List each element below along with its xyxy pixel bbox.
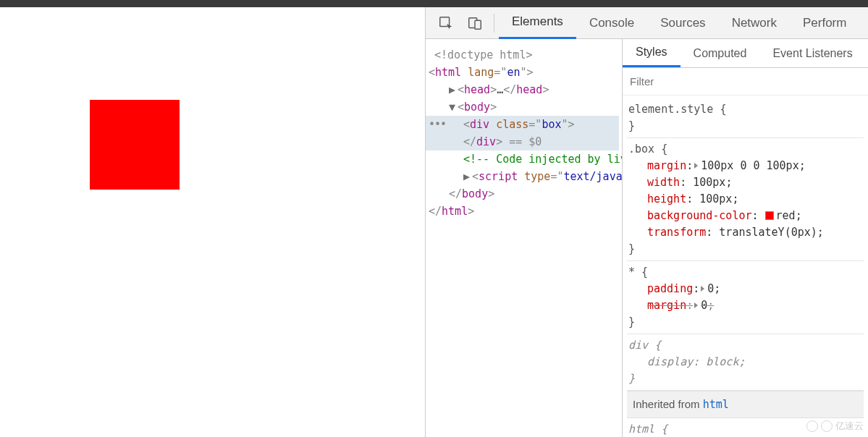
dom-html-close[interactable]: </html> [429,203,619,220]
dom-body-close[interactable]: </body> [429,185,619,203]
styles-filter-input[interactable] [630,75,868,88]
device-toggle-icon[interactable] [465,13,485,33]
devtools-panel: Elements Console Sources Network Perform… [426,7,868,437]
window-titlebar [0,0,868,7]
dom-body-open[interactable]: ▼<body> [429,98,619,116]
devtools-toolbar: Elements Console Sources Network Perform [426,7,868,39]
toolbar-separator [494,14,494,33]
color-swatch-icon[interactable] [765,211,774,220]
disclosure-right-icon[interactable]: ▶ [449,81,458,98]
box-element[interactable] [90,100,180,190]
inherited-from-header: Inherited from html [627,391,864,418]
tab-console[interactable]: Console [576,7,647,39]
styles-tabs: Styles Computed Event Listeners [623,39,868,68]
tab-styles[interactable]: Styles [623,39,681,67]
styles-panel: Styles Computed Event Listeners element.… [623,39,868,437]
tab-performance[interactable]: Perform [790,7,859,39]
tab-computed[interactable]: Computed [681,39,760,67]
rule-element-style[interactable]: element.style { } [627,98,864,138]
tab-elements[interactable]: Elements [499,7,576,39]
watermark-icon [821,420,833,432]
rendered-page [0,7,426,437]
dom-comment[interactable]: <!-- Code injected by live-server --> [429,150,619,168]
watermark-text: 亿速云 [835,420,864,433]
shorthand-expand-icon[interactable] [694,163,698,169]
rule-box[interactable]: .box { margin:100px 0 0 100px; width: 10… [627,138,864,261]
dom-html-open[interactable]: <html lang="en"> [429,64,619,81]
watermark: 亿速云 [806,420,864,433]
svg-rect-2 [475,20,481,29]
disclosure-down-icon[interactable]: ▼ [449,98,458,116]
more-actions-icon[interactable]: ••• [429,116,446,133]
shorthand-expand-icon[interactable] [694,302,698,308]
style-rules[interactable]: element.style { } .box { margin:100px 0 … [623,96,868,437]
watermark-icon [806,420,818,432]
shorthand-expand-icon[interactable] [701,286,704,292]
rule-universal[interactable]: * { padding:0; margin:0; } [627,261,864,334]
tab-sources[interactable]: Sources [647,7,718,39]
dom-head[interactable]: ▶<head>…</head> [429,81,619,98]
inherited-from-link[interactable]: html [703,398,729,411]
tab-network[interactable]: Network [719,7,790,39]
dom-doctype[interactable]: <!doctype html> [429,46,619,64]
dom-script[interactable]: ▶<script type="text/javascript">…</scrip… [429,168,619,185]
dom-selected-node[interactable]: ••• <div class="box"> </div> == $0 [426,116,619,150]
disclosure-right-icon[interactable]: ▶ [463,168,472,185]
inspect-element-icon[interactable] [436,13,456,33]
styles-filter-row [623,68,868,96]
rule-div-ua[interactable]: div { display: block; } [627,334,864,391]
dom-tree[interactable]: <!doctype html> <html lang="en"> ▶<head>… [426,39,623,437]
tab-event-listeners[interactable]: Event Listeners [759,39,865,67]
main-split: Elements Console Sources Network Perform… [0,7,868,437]
devtools-body: <!doctype html> <html lang="en"> ▶<head>… [426,39,868,437]
